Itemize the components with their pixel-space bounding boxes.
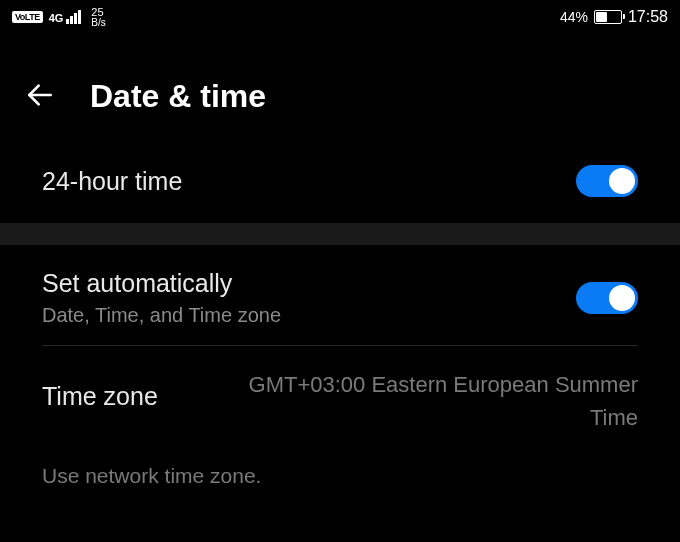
setting-label: 24-hour time bbox=[42, 167, 182, 196]
toggle-thumb bbox=[609, 168, 635, 194]
toggle-thumb bbox=[609, 285, 635, 311]
speed-unit: B/s bbox=[91, 18, 105, 28]
battery-icon bbox=[594, 10, 622, 24]
section-divider bbox=[0, 223, 680, 245]
back-arrow-icon bbox=[24, 79, 56, 111]
setting-sublabel: Date, Time, and Time zone bbox=[42, 304, 281, 327]
signal-bars-icon bbox=[66, 10, 81, 24]
timezone-value: GMT+03:00 Eastern European Summer Time bbox=[198, 368, 638, 434]
clock: 17:58 bbox=[628, 8, 668, 26]
page-title: Date & time bbox=[90, 78, 266, 115]
toggle-24-hour[interactable] bbox=[576, 165, 638, 197]
status-bar: VoLTE 4G 25 B/s 44% 17:58 bbox=[0, 0, 680, 34]
timezone-hint: Use network time zone. bbox=[0, 458, 680, 488]
back-button[interactable] bbox=[24, 79, 56, 115]
status-left: VoLTE 4G 25 B/s bbox=[12, 7, 106, 28]
network-type: 4G bbox=[49, 12, 64, 24]
volte-badge: VoLTE bbox=[12, 11, 43, 23]
data-speed: 25 B/s bbox=[91, 7, 105, 28]
status-right: 44% 17:58 bbox=[560, 8, 668, 26]
setting-row-timezone[interactable]: Time zone GMT+03:00 Eastern European Sum… bbox=[0, 346, 680, 458]
setting-row-24-hour[interactable]: 24-hour time bbox=[0, 145, 680, 217]
battery-percentage: 44% bbox=[560, 9, 588, 25]
signal-indicator: 4G bbox=[49, 10, 82, 24]
toggle-auto[interactable] bbox=[576, 282, 638, 314]
timezone-label: Time zone bbox=[42, 368, 158, 411]
page-header: Date & time bbox=[0, 34, 680, 145]
setting-label: Set automatically bbox=[42, 269, 281, 298]
speed-value: 25 bbox=[91, 7, 105, 18]
setting-row-auto[interactable]: Set automatically Date, Time, and Time z… bbox=[0, 245, 680, 345]
